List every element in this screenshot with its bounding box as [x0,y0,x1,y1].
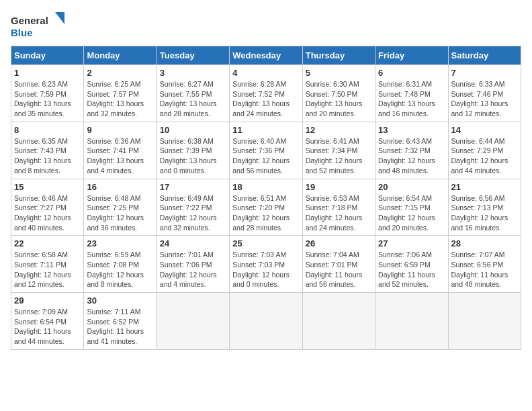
day-number: 7 [451,68,518,78]
day-number: 26 [306,238,372,248]
calendar-cell [448,293,521,350]
calendar-cell [302,293,375,350]
day-number: 11 [232,125,299,135]
calendar-cell: 21Sunrise: 6:56 AMSunset: 7:13 PMDayligh… [448,179,521,236]
calendar-cell: 24Sunrise: 7:01 AMSunset: 7:06 PMDayligh… [157,236,229,293]
day-info: Sunrise: 6:30 AMSunset: 7:50 PMDaylight:… [306,79,372,119]
day-number: 18 [232,182,299,192]
day-number: 24 [160,238,226,248]
page-header: General Blue [11,11,521,40]
calendar-header-friday: Friday [375,46,448,65]
calendar-cell: 23Sunrise: 6:59 AMSunset: 7:08 PMDayligh… [84,236,157,293]
day-info: Sunrise: 6:33 AMSunset: 7:46 PMDaylight:… [451,79,518,119]
calendar-cell [230,293,302,350]
calendar-cell: 27Sunrise: 7:06 AMSunset: 6:59 PMDayligh… [375,236,448,293]
day-info: Sunrise: 6:25 AMSunset: 7:57 PMDaylight:… [87,79,153,119]
calendar-cell: 11Sunrise: 6:40 AMSunset: 7:36 PMDayligh… [230,122,302,179]
calendar-cell: 26Sunrise: 7:04 AMSunset: 7:01 PMDayligh… [302,236,375,293]
calendar-cell [375,293,448,350]
logo: General Blue [11,11,64,40]
calendar-cell: 15Sunrise: 6:46 AMSunset: 7:27 PMDayligh… [11,179,84,236]
calendar-cell: 8Sunrise: 6:35 AMSunset: 7:43 PMDaylight… [11,122,84,179]
calendar-cell: 3Sunrise: 6:27 AMSunset: 7:55 PMDaylight… [157,65,229,122]
calendar-header-saturday: Saturday [448,46,521,65]
day-info: Sunrise: 7:04 AMSunset: 7:01 PMDaylight:… [306,250,372,289]
day-info: Sunrise: 6:23 AMSunset: 7:59 PMDaylight:… [14,79,81,119]
calendar-cell: 4Sunrise: 6:28 AMSunset: 7:52 PMDaylight… [230,65,302,122]
calendar-cell: 20Sunrise: 6:54 AMSunset: 7:15 PMDayligh… [375,179,448,236]
calendar-cell: 10Sunrise: 6:38 AMSunset: 7:39 PMDayligh… [157,122,229,179]
day-number: 1 [14,68,81,78]
svg-text:Blue: Blue [11,27,33,38]
calendar-header-thursday: Thursday [302,46,375,65]
day-info: Sunrise: 7:06 AMSunset: 6:59 PMDaylight:… [378,250,445,289]
calendar-week-row: 29Sunrise: 7:09 AMSunset: 6:54 PMDayligh… [11,293,521,350]
day-info: Sunrise: 6:59 AMSunset: 7:08 PMDaylight:… [87,250,153,289]
calendar-cell: 1Sunrise: 6:23 AMSunset: 7:59 PMDaylight… [11,65,84,122]
calendar-cell: 7Sunrise: 6:33 AMSunset: 7:46 PMDaylight… [448,65,521,122]
calendar-header-wednesday: Wednesday [230,46,302,65]
calendar-cell: 6Sunrise: 6:31 AMSunset: 7:48 PMDaylight… [375,65,448,122]
calendar-cell: 25Sunrise: 7:03 AMSunset: 7:03 PMDayligh… [230,236,302,293]
day-number: 10 [160,125,226,135]
day-info: Sunrise: 6:35 AMSunset: 7:43 PMDaylight:… [14,136,81,176]
calendar-cell: 22Sunrise: 6:58 AMSunset: 7:11 PMDayligh… [11,236,84,293]
calendar-cell: 29Sunrise: 7:09 AMSunset: 6:54 PMDayligh… [11,293,84,350]
calendar-cell: 14Sunrise: 6:44 AMSunset: 7:29 PMDayligh… [448,122,521,179]
day-number: 25 [232,238,299,248]
day-info: Sunrise: 6:48 AMSunset: 7:25 PMDaylight:… [87,193,153,233]
day-info: Sunrise: 6:38 AMSunset: 7:39 PMDaylight:… [160,136,226,176]
calendar-header-monday: Monday [84,46,157,65]
day-info: Sunrise: 6:51 AMSunset: 7:20 PMDaylight:… [232,193,299,233]
day-number: 17 [160,182,226,192]
day-info: Sunrise: 7:07 AMSunset: 6:56 PMDaylight:… [451,250,518,289]
day-info: Sunrise: 6:44 AMSunset: 7:29 PMDaylight:… [451,136,518,176]
day-info: Sunrise: 7:09 AMSunset: 6:54 PMDaylight:… [14,307,81,347]
day-info: Sunrise: 6:43 AMSunset: 7:32 PMDaylight:… [378,136,445,176]
day-info: Sunrise: 6:27 AMSunset: 7:55 PMDaylight:… [160,79,226,119]
calendar-cell: 16Sunrise: 6:48 AMSunset: 7:25 PMDayligh… [84,179,157,236]
logo-svg: General Blue [11,11,64,40]
calendar-cell: 19Sunrise: 6:53 AMSunset: 7:18 PMDayligh… [302,179,375,236]
day-number: 19 [306,182,372,192]
calendar-cell: 2Sunrise: 6:25 AMSunset: 7:57 PMDaylight… [84,65,157,122]
day-number: 2 [87,68,153,78]
day-number: 8 [14,125,81,135]
day-info: Sunrise: 6:31 AMSunset: 7:48 PMDaylight:… [378,79,445,119]
calendar-cell: 12Sunrise: 6:41 AMSunset: 7:34 PMDayligh… [302,122,375,179]
day-info: Sunrise: 6:36 AMSunset: 7:41 PMDaylight:… [87,136,153,176]
day-info: Sunrise: 6:56 AMSunset: 7:13 PMDaylight:… [451,193,518,233]
day-info: Sunrise: 6:28 AMSunset: 7:52 PMDaylight:… [232,79,299,119]
day-info: Sunrise: 7:03 AMSunset: 7:03 PMDaylight:… [232,250,299,289]
day-info: Sunrise: 6:53 AMSunset: 7:18 PMDaylight:… [306,193,372,233]
day-number: 21 [451,182,518,192]
svg-marker-2 [55,12,64,24]
calendar-header-row: SundayMondayTuesdayWednesdayThursdayFrid… [11,46,521,65]
day-number: 22 [14,238,81,248]
calendar-table: SundayMondayTuesdayWednesdayThursdayFrid… [11,46,521,350]
day-number: 23 [87,238,153,248]
day-number: 20 [378,182,445,192]
day-number: 5 [306,68,372,78]
day-number: 13 [378,125,445,135]
day-info: Sunrise: 6:58 AMSunset: 7:11 PMDaylight:… [14,250,81,289]
day-info: Sunrise: 7:01 AMSunset: 7:06 PMDaylight:… [160,250,226,289]
day-info: Sunrise: 6:40 AMSunset: 7:36 PMDaylight:… [232,136,299,176]
calendar-week-row: 8Sunrise: 6:35 AMSunset: 7:43 PMDaylight… [11,122,521,179]
day-number: 15 [14,182,81,192]
day-info: Sunrise: 7:11 AMSunset: 6:52 PMDaylight:… [87,307,153,347]
calendar-cell: 18Sunrise: 6:51 AMSunset: 7:20 PMDayligh… [230,179,302,236]
calendar-week-row: 22Sunrise: 6:58 AMSunset: 7:11 PMDayligh… [11,236,521,293]
day-number: 28 [451,238,518,248]
day-number: 27 [378,238,445,248]
day-number: 3 [160,68,226,78]
day-number: 16 [87,182,153,192]
day-number: 29 [14,295,81,306]
calendar-cell: 28Sunrise: 7:07 AMSunset: 6:56 PMDayligh… [448,236,521,293]
day-number: 6 [378,68,445,78]
calendar-cell [157,293,229,350]
day-info: Sunrise: 6:41 AMSunset: 7:34 PMDaylight:… [306,136,372,176]
calendar-header-tuesday: Tuesday [157,46,229,65]
day-number: 14 [451,125,518,135]
day-number: 9 [87,125,153,135]
